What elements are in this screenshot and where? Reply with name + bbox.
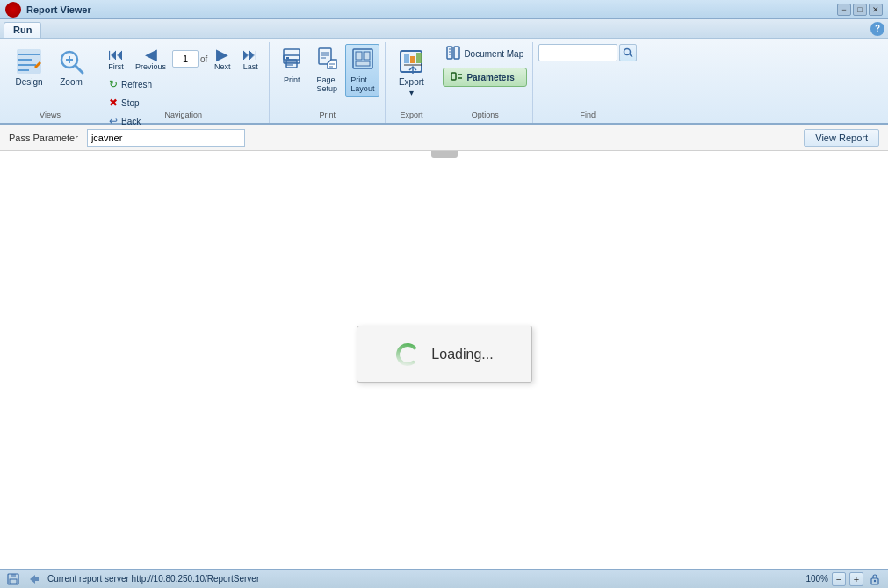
- loading-spinner: [394, 341, 421, 368]
- next-button[interactable]: ▶ Next: [209, 44, 235, 74]
- report-area: Loading...: [0, 151, 888, 569]
- find-search-row: [538, 44, 637, 61]
- svg-rect-9: [284, 49, 300, 60]
- svg-point-39: [624, 49, 631, 55]
- first-icon: ⏮: [108, 47, 124, 62]
- parameters-button[interactable]: Parameters: [443, 68, 527, 87]
- design-button[interactable]: Design: [9, 44, 49, 91]
- print-label: Print: [284, 75, 300, 84]
- refresh-button[interactable]: ↻ Refresh: [103, 75, 264, 93]
- report-inner: Loading...: [0, 151, 888, 569]
- maximize-button[interactable]: □: [853, 4, 867, 16]
- svg-rect-43: [11, 574, 16, 577]
- last-button[interactable]: ⏭ Last: [237, 44, 264, 74]
- stacked-nav-buttons: ↻ Refresh ✖ Stop ↩ Back: [103, 75, 264, 130]
- design-icon: [15, 47, 43, 75]
- zoom-out-button[interactable]: −: [832, 572, 846, 586]
- parameters-label: Parameters: [466, 73, 514, 82]
- previous-label: Previous: [135, 62, 166, 71]
- loading-text: Loading...: [431, 347, 493, 362]
- app-logo: [5, 2, 21, 18]
- export-icon: [397, 47, 425, 75]
- close-button[interactable]: ✕: [869, 4, 883, 16]
- previous-button[interactable]: ◀ Previous: [131, 44, 170, 74]
- zoom-icon: [57, 47, 85, 75]
- navigation-group-label: Navigation: [164, 111, 202, 119]
- svg-line-40: [630, 54, 632, 57]
- lock-icon: [867, 571, 883, 587]
- ribbon-group-export: Export▾ Export: [386, 42, 437, 123]
- stop-button[interactable]: ✖ Stop: [103, 94, 264, 111]
- status-text: Current report server http://10.80.250.1…: [47, 574, 800, 584]
- help-button[interactable]: ?: [870, 22, 884, 36]
- ribbon-group-navigation: ⏮ First ◀ Previous of ▶ Next ⏭: [97, 42, 270, 123]
- print-layout-label: PrintLayout: [350, 75, 374, 93]
- pass-param-input[interactable]: [87, 129, 245, 147]
- find-group-label: Find: [580, 111, 596, 119]
- zoom-button[interactable]: Zoom: [51, 44, 91, 91]
- back-label: Back: [121, 117, 141, 126]
- svg-point-47: [874, 579, 876, 581]
- status-nav-icon[interactable]: [26, 571, 42, 587]
- refresh-label: Refresh: [121, 80, 152, 90]
- refresh-icon: ↻: [109, 78, 118, 90]
- svg-rect-44: [10, 579, 17, 584]
- export-group-label: Export: [400, 111, 422, 119]
- page-setup-label: PageSetup: [317, 75, 338, 93]
- minimize-button[interactable]: −: [837, 4, 851, 16]
- previous-icon: ◀: [145, 47, 157, 62]
- parameters-icon: [451, 70, 463, 84]
- find-search-button[interactable]: [619, 44, 637, 61]
- title-bar-text: Report Viewer: [26, 4, 91, 15]
- stop-icon: ✖: [109, 97, 118, 109]
- ribbon-group-print: Print PageSetup: [270, 42, 386, 123]
- print-layout-icon: [351, 47, 374, 75]
- ribbon-group-find: Find: [533, 42, 642, 123]
- back-icon: ↩: [109, 115, 118, 127]
- svg-marker-45: [30, 575, 39, 584]
- page-number-input[interactable]: [172, 50, 199, 68]
- export-label: Export▾: [399, 77, 424, 98]
- tab-run[interactable]: Run: [4, 22, 41, 38]
- status-bar: Current report server http://10.80.250.1…: [0, 569, 888, 588]
- document-map-button[interactable]: Document Map: [443, 44, 527, 64]
- options-group-label: Options: [472, 111, 499, 119]
- status-save-icon[interactable]: [5, 571, 21, 587]
- print-button[interactable]: Print: [275, 44, 308, 88]
- page-setup-button[interactable]: PageSetup: [310, 44, 343, 97]
- document-map-icon: [446, 46, 460, 62]
- svg-rect-36: [451, 73, 456, 80]
- design-label: Design: [15, 77, 42, 88]
- svg-rect-26: [404, 54, 409, 63]
- svg-rect-31: [447, 47, 452, 59]
- next-label: Next: [214, 62, 231, 71]
- find-items: [538, 44, 637, 61]
- options-items: Document Map Parameters: [443, 44, 527, 87]
- print-group-label: Print: [320, 111, 336, 119]
- first-label: First: [108, 62, 124, 71]
- print-layout-button[interactable]: PrintLayout: [345, 44, 379, 97]
- loading-box: Loading...: [357, 326, 532, 383]
- svg-point-41: [396, 342, 419, 365]
- of-text: of: [200, 54, 207, 64]
- view-report-button[interactable]: View Report: [804, 129, 879, 147]
- export-button[interactable]: Export▾: [391, 44, 431, 102]
- page-setup-icon: [315, 47, 338, 75]
- title-bar-controls: − □ ✕: [837, 4, 883, 16]
- svg-rect-32: [454, 47, 459, 59]
- svg-rect-28: [416, 53, 422, 63]
- first-button[interactable]: ⏮ First: [103, 44, 129, 74]
- find-input[interactable]: [538, 44, 617, 61]
- print-icon: [280, 47, 303, 75]
- zoom-in-button[interactable]: +: [849, 572, 863, 586]
- title-bar: Report Viewer − □ ✕: [0, 0, 888, 19]
- svg-rect-22: [356, 52, 362, 60]
- last-label: Last: [243, 62, 258, 71]
- resize-handle[interactable]: [431, 151, 458, 158]
- zoom-label: Zoom: [60, 77, 83, 88]
- ribbon-group-views: Design Zoom Views: [4, 42, 97, 123]
- nav-top-row: ⏮ First ◀ Previous of ▶ Next ⏭: [103, 44, 264, 74]
- ribbon-tabs: Run ?: [0, 19, 888, 39]
- zoom-level: 100%: [805, 574, 828, 584]
- next-icon: ▶: [216, 47, 228, 62]
